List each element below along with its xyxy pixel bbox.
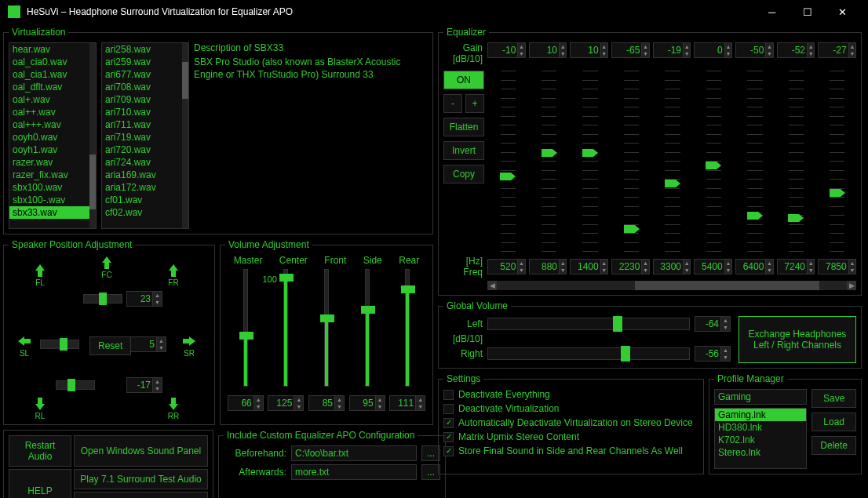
list-item[interactable]: ari709.wav — [102, 93, 188, 106]
settings-checkbox-row[interactable]: Store Final Sound in Side and Rear Chann… — [443, 445, 698, 456]
rear-position-slider[interactable] — [56, 380, 95, 390]
profile-item[interactable]: K702.lnk — [715, 434, 806, 446]
freq-spin[interactable]: ▲▼ — [529, 259, 567, 274]
settings-checkbox-row[interactable]: Deactivate Virtualization — [443, 403, 698, 414]
list-item[interactable]: oal_dflt.wav — [9, 81, 96, 93]
maximize-button[interactable]: ☐ — [790, 0, 825, 24]
afterwards-input[interactable] — [291, 464, 417, 480]
profile-list[interactable]: Gaming.lnkHD380.lnkK702.lnkStereo.lnk — [714, 408, 807, 469]
play-stereo-button[interactable]: Play Stereo (2ch) Test Audio — [74, 492, 208, 498]
settings-checkbox-row[interactable]: Automatically Deactivate Virtualization … — [443, 417, 698, 428]
checkbox[interactable] — [443, 432, 454, 442]
list-item[interactable]: oal_cia1.wav — [9, 68, 96, 81]
hrir-list-2[interactable]: ari258.wavari259.wavari677.wavari708.wav… — [101, 42, 189, 229]
volume-slider[interactable] — [239, 269, 252, 387]
profile-item[interactable]: Gaming.lnk — [715, 409, 806, 421]
right-volume-slider[interactable] — [487, 347, 690, 360]
gain-spin[interactable]: ▲▼ — [818, 42, 856, 58]
help-button[interactable]: HELP — [9, 469, 71, 498]
gain-spin[interactable]: ▲▼ — [570, 42, 608, 58]
list-item[interactable]: oal_cia0.wav — [9, 56, 96, 68]
list-item[interactable]: oal+.wav — [9, 93, 96, 106]
list-item[interactable]: ooyh1.wav — [9, 144, 96, 156]
invert-button[interactable]: Invert — [443, 141, 484, 160]
profile-name-input[interactable] — [714, 389, 807, 405]
list-item[interactable]: ari720.wav — [102, 144, 188, 156]
side-left-slider[interactable] — [40, 340, 79, 349]
eq-band-slider[interactable] — [736, 71, 774, 251]
load-profile-button[interactable]: Load — [811, 413, 856, 431]
list-item[interactable]: sbx33.wav — [9, 206, 96, 219]
reset-button[interactable]: Reset — [89, 336, 131, 355]
freq-spin[interactable]: ▲▼ — [487, 259, 526, 274]
gain-spin[interactable]: ▲▼ — [735, 42, 774, 58]
close-button[interactable]: ✕ — [825, 0, 860, 24]
right-volume-spin[interactable]: ▲▼ — [695, 346, 731, 362]
eq-band-slider[interactable] — [777, 71, 815, 251]
freq-spin[interactable]: ▲▼ — [570, 259, 608, 274]
list-item[interactable]: ari708.wav — [102, 81, 188, 93]
list-item[interactable]: oal+++.wav — [9, 118, 96, 131]
left-volume-slider[interactable] — [487, 318, 690, 330]
front-position-slider[interactable] — [83, 294, 122, 304]
list-item[interactable]: ari677.wav — [102, 68, 188, 81]
volume-spin[interactable]: ▲▼ — [349, 395, 385, 411]
settings-checkbox-row[interactable]: Deactivate Everything — [443, 389, 698, 400]
eq-on-button[interactable]: ON — [443, 71, 484, 89]
profile-item[interactable]: Stereo.lnk — [715, 446, 806, 459]
exchange-channels-button[interactable]: Exchange Headphones Left / Right Channel… — [739, 316, 856, 363]
mid-position-spin[interactable]: ▲▼ — [130, 336, 166, 352]
freq-spin[interactable]: ▲▼ — [653, 259, 691, 274]
eq-band-slider[interactable] — [489, 71, 527, 251]
eq-band-slider[interactable] — [654, 71, 691, 251]
minimize-button[interactable]: ─ — [754, 0, 790, 24]
gain-spin[interactable]: ▲▼ — [653, 42, 691, 58]
volume-slider[interactable] — [320, 269, 333, 387]
copy-button[interactable]: Copy — [443, 165, 484, 184]
list-item[interactable]: oal++.wav — [9, 106, 96, 118]
volume-slider[interactable] — [361, 269, 374, 387]
gain-spin[interactable]: ▲▼ — [611, 42, 650, 58]
scrollbar[interactable] — [182, 43, 188, 228]
restart-audio-button[interactable]: Restart Audio — [9, 435, 71, 467]
gain-spin[interactable]: ▲▼ — [487, 42, 526, 58]
beforehand-input[interactable] — [291, 445, 417, 461]
eq-scrollbar[interactable]: ◀ ▶ — [487, 281, 856, 290]
freq-spin[interactable]: ▲▼ — [694, 259, 732, 274]
volume-spin[interactable]: ▲▼ — [228, 395, 264, 411]
freq-spin[interactable]: ▲▼ — [611, 259, 650, 274]
eq-band-slider[interactable] — [819, 71, 856, 251]
list-item[interactable]: ari258.wav — [102, 43, 188, 56]
flatten-button[interactable]: Flatten — [443, 118, 484, 136]
settings-checkbox-row[interactable]: Matrix Upmix Stereo Content — [443, 431, 698, 442]
list-item[interactable]: ari710.wav — [102, 106, 188, 118]
gain-spin[interactable]: ▲▼ — [529, 42, 567, 58]
checkbox[interactable] — [443, 390, 454, 400]
gain-spin[interactable]: ▲▼ — [694, 42, 732, 58]
list-item[interactable]: ari719.wav — [102, 131, 188, 144]
open-sound-panel-button[interactable]: Open Windows Sound Panel — [74, 435, 208, 467]
eq-plus-button[interactable]: + — [465, 94, 484, 113]
eq-band-slider[interactable] — [695, 71, 732, 251]
list-item[interactable]: ari724.wav — [102, 156, 188, 169]
scrollbar[interactable] — [89, 43, 96, 228]
list-item[interactable]: razer.wav — [9, 156, 96, 169]
checkbox[interactable] — [443, 404, 454, 414]
list-item[interactable]: aria172.wav — [102, 181, 188, 194]
eq-minus-button[interactable]: - — [443, 94, 462, 113]
list-item[interactable]: cf02.wav — [102, 206, 188, 219]
volume-slider[interactable]: 100 — [279, 269, 292, 387]
scroll-right-icon[interactable]: ▶ — [847, 281, 856, 290]
checkbox[interactable] — [443, 418, 454, 428]
eq-band-slider[interactable] — [612, 71, 650, 251]
freq-spin[interactable]: ▲▼ — [777, 259, 815, 274]
list-item[interactable]: ooyh0.wav — [9, 131, 96, 144]
volume-spin[interactable]: ▲▼ — [308, 395, 345, 411]
list-item[interactable]: cf01.wav — [102, 194, 188, 206]
freq-spin[interactable]: ▲▼ — [818, 259, 856, 274]
eq-band-slider[interactable] — [571, 71, 609, 251]
volume-spin[interactable]: ▲▼ — [389, 395, 425, 411]
delete-profile-button[interactable]: Delete — [811, 436, 856, 455]
save-profile-button[interactable]: Save — [811, 389, 856, 408]
list-item[interactable]: razer_fix.wav — [9, 169, 96, 181]
